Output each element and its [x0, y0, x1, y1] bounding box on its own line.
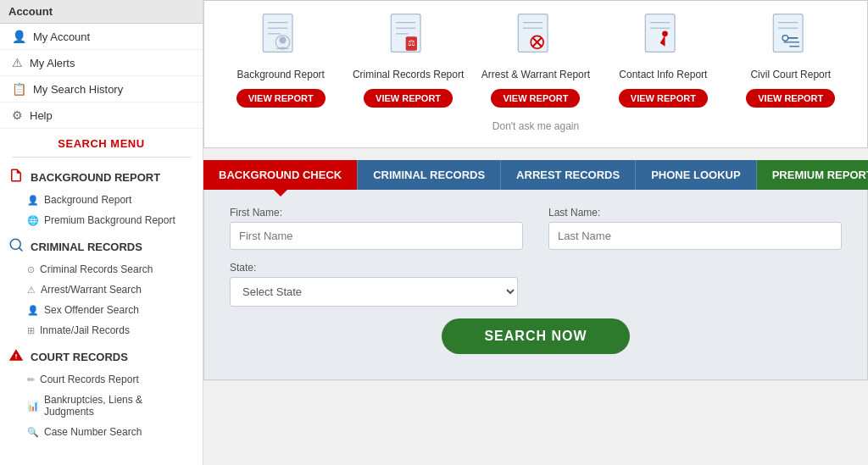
- my-alerts-icon: ⚠: [12, 56, 23, 69]
- search-section: First Name: Last Name: State: Select Sta…: [203, 190, 868, 380]
- last-name-input[interactable]: [548, 222, 842, 250]
- premium-background-report-icon: 🌐: [27, 215, 39, 226]
- sidebar-item-criminal-records-search[interactable]: ⊙Criminal Records Search: [0, 259, 203, 280]
- criminal-records-title: CRIMINAL RECORDS: [31, 241, 142, 253]
- first-name-label: First Name:: [230, 207, 523, 219]
- dont-ask-section: Don't ask me again: [221, 116, 850, 136]
- tab-premium-report[interactable]: PREMIUM REPORT: [757, 160, 868, 190]
- last-name-group: Last Name:: [548, 207, 842, 250]
- arrest-warrant-report-label: Arrest & Warrant Report: [481, 69, 590, 82]
- background-report-icon: [8, 168, 24, 186]
- tabs-container: BACKGROUND CHECKCRIMINAL RECORDSARREST R…: [203, 160, 868, 190]
- my-account-icon: 👤: [12, 30, 26, 43]
- help-icon: ⚙: [12, 108, 23, 122]
- background-report-icon: 👤: [27, 195, 39, 206]
- arrest-warrant-search-label: Arrest/Warrant Search: [41, 284, 142, 296]
- name-row: First Name: Last Name:: [230, 207, 842, 250]
- sidebar: Account 👤My Account⚠My Alerts📋My Search …: [0, 0, 203, 465]
- first-name-group: First Name:: [230, 207, 523, 250]
- sidebar-item-premium-background-report[interactable]: 🌐Premium Background Report: [0, 210, 203, 230]
- court-records-report-icon: ✏: [27, 374, 35, 385]
- contact-info-report-label: Contact Info Report: [619, 69, 707, 82]
- report-card-arrest-warrant-report: Arrest & Warrant Report VIEW REPORT: [476, 13, 595, 108]
- criminal-records-search-icon: ⊙: [27, 264, 35, 275]
- sidebar-item-my-search-history[interactable]: 📋My Search History: [0, 76, 203, 102]
- arrest-warrant-report-view-report-btn[interactable]: VIEW REPORT: [491, 89, 580, 108]
- criminal-records-icon: [8, 237, 24, 256]
- court-records-report-label: Court Records Report: [40, 374, 139, 385]
- state-select[interactable]: Select StateAlabamaAlaskaArizonaArkansas…: [230, 277, 518, 307]
- report-card-civil-court-report: Civil Court Report VIEW REPORT: [732, 13, 850, 108]
- arrest-warrant-report-icon: [514, 13, 558, 64]
- sidebar-item-court-records-report[interactable]: ✏Court Records Report: [0, 369, 203, 390]
- search-row: SEARCH NOW: [230, 318, 842, 354]
- report-banner: Background Report VIEW REPORT ⚖ Criminal…: [203, 0, 868, 148]
- background-report-title: BACKGROUND REPORT: [31, 171, 160, 184]
- category-background-report: BACKGROUND REPORT: [0, 161, 203, 190]
- premium-background-report-label: Premium Background Report: [44, 214, 175, 226]
- svg-rect-20: [646, 14, 676, 53]
- background-report-label: Background Report: [236, 69, 324, 82]
- criminal-records-report-label: Criminal Records Report: [353, 69, 464, 82]
- tab-arrest-records[interactable]: ARREST RECORDS: [501, 160, 636, 190]
- criminal-records-report-view-report-btn[interactable]: VIEW REPORT: [364, 89, 453, 108]
- report-card-contact-info-report: Contact Info Report VIEW REPORT: [604, 13, 722, 108]
- help-label: Help: [30, 109, 53, 122]
- civil-court-report-label: Civil Court Report: [750, 69, 831, 82]
- svg-line-1: [19, 247, 22, 251]
- bankruptcies-liens-label: Bankruptcies, Liens & Judgments: [44, 394, 191, 418]
- main-content: Background Report VIEW REPORT ⚖ Criminal…: [203, 0, 868, 465]
- court-records-title: COURT RECORDS: [31, 351, 128, 363]
- tab-background-check[interactable]: BACKGROUND CHECK: [203, 160, 358, 190]
- background-report-label: Background Report: [44, 194, 131, 206]
- category-criminal-records: CRIMINAL RECORDS: [0, 230, 203, 259]
- civil-court-report-view-report-btn[interactable]: VIEW REPORT: [746, 89, 835, 108]
- first-name-input[interactable]: [230, 222, 523, 250]
- my-account-label: My Account: [33, 30, 90, 43]
- case-number-search-label: Case Number Search: [44, 426, 142, 438]
- background-report-icon: [259, 13, 303, 64]
- sidebar-item-background-report[interactable]: 👤Background Report: [0, 190, 203, 210]
- svg-point-7: [280, 36, 287, 43]
- search-now-button[interactable]: SEARCH NOW: [442, 318, 629, 354]
- sidebar-item-case-number-search[interactable]: 🔍Case Number Search: [0, 422, 203, 442]
- sidebar-item-sex-offender-search[interactable]: 👤Sex Offender Search: [0, 300, 203, 320]
- bankruptcies-liens-icon: 📊: [27, 401, 39, 412]
- my-alerts-label: My Alerts: [30, 57, 75, 69]
- state-group: State: Select StateAlabamaAlaskaArizonaA…: [230, 262, 518, 307]
- criminal-records-search-label: Criminal Records Search: [40, 263, 153, 275]
- report-card-background-report: Background Report VIEW REPORT: [221, 13, 340, 108]
- sidebar-item-arrest-warrant-search[interactable]: ⚠Arrest/Warrant Search: [0, 280, 203, 300]
- tab-criminal-records[interactable]: CRIMINAL RECORDS: [358, 160, 501, 190]
- last-name-label: Last Name:: [548, 207, 842, 219]
- state-row: State: Select StateAlabamaAlaskaArizonaA…: [230, 262, 842, 307]
- my-search-history-icon: 📋: [12, 82, 26, 96]
- svg-text:⚖: ⚖: [407, 38, 415, 47]
- sidebar-item-help[interactable]: ⚙Help: [0, 102, 203, 129]
- sidebar-item-my-account[interactable]: 👤My Account: [0, 24, 203, 50]
- inmate-jail-records-icon: ⊞: [27, 325, 35, 336]
- contact-info-report-view-report-btn[interactable]: VIEW REPORT: [619, 89, 708, 108]
- dont-ask-link[interactable]: Don't ask me again: [492, 120, 579, 132]
- my-search-history-label: My Search History: [33, 83, 123, 96]
- sex-offender-search-icon: 👤: [27, 305, 39, 316]
- svg-point-23: [663, 31, 669, 37]
- search-menu-title: SEARCH MENU: [0, 129, 203, 153]
- sex-offender-search-label: Sex Offender Search: [44, 304, 139, 316]
- category-court-records: COURT RECORDS: [0, 340, 203, 369]
- report-card-criminal-records-report: ⚖ Criminal Records Report VIEW REPORT: [349, 13, 468, 108]
- criminal-records-report-icon: ⚖: [387, 13, 431, 64]
- sidebar-item-inmate-jail-records[interactable]: ⊞Inmate/Jail Records: [0, 320, 203, 340]
- case-number-search-icon: 🔍: [27, 427, 39, 438]
- inmate-jail-records-label: Inmate/Jail Records: [40, 324, 130, 336]
- arrest-warrant-search-icon: ⚠: [27, 285, 36, 296]
- tab-phone-lookup[interactable]: PHONE LOOKUP: [636, 160, 756, 190]
- civil-court-report-icon: [769, 13, 813, 64]
- contact-info-report-icon: [641, 13, 685, 64]
- sidebar-item-my-alerts[interactable]: ⚠My Alerts: [0, 50, 203, 76]
- background-report-view-report-btn[interactable]: VIEW REPORT: [236, 89, 326, 108]
- state-label: State:: [230, 262, 518, 274]
- sidebar-item-bankruptcies-liens[interactable]: 📊Bankruptcies, Liens & Judgments: [0, 390, 203, 422]
- account-header: Account: [0, 0, 203, 24]
- court-records-icon: [8, 347, 24, 366]
